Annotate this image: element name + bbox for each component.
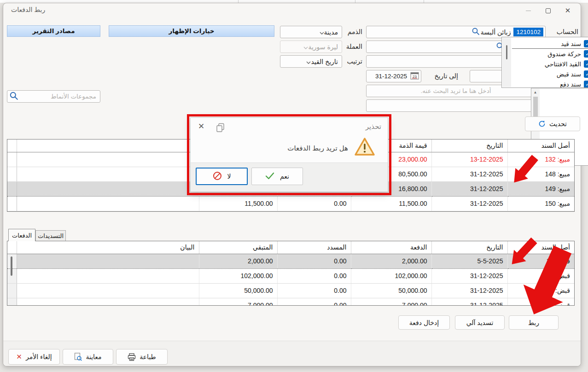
- prohibition-icon: [213, 171, 222, 182]
- table-cell: [17, 298, 199, 306]
- column-header[interactable]: [17, 140, 199, 152]
- search-icon[interactable]: [472, 27, 480, 37]
- column-header[interactable]: المتبقي: [199, 241, 277, 254]
- source-item[interactable]: ✓سند دفع: [512, 79, 588, 88]
- yes-button[interactable]: نعم: [251, 168, 303, 185]
- chevron-down-icon: [320, 29, 324, 36]
- column-header[interactable]: أصل السند: [507, 241, 574, 254]
- display-option-item[interactable]: ✓المسدد: [541, 100, 588, 110]
- branch-field[interactable]: [366, 99, 546, 112]
- warning-icon: [354, 137, 375, 158]
- table-cell: 31-12-2025: [431, 283, 507, 298]
- cancel-button[interactable]: إلغاء الأمر ✕: [8, 349, 60, 365]
- close-button[interactable]: ✕: [560, 5, 576, 17]
- row-selector[interactable]: [7, 181, 17, 196]
- row-selector[interactable]: [7, 298, 17, 306]
- table-row[interactable]: قبض:31-12-202550,000.000.0050,000.00: [7, 283, 574, 298]
- table-row[interactable]: قبض:31-12-20257,000.000.007,000.00: [7, 298, 574, 306]
- column-header[interactable]: التاريخ: [431, 241, 507, 254]
- refresh-icon: [538, 120, 546, 128]
- table-cell: 31-12-2025: [431, 298, 507, 306]
- tab-settlements-label: التسديدات: [38, 232, 64, 239]
- account-field[interactable]: 1210102 زبائن ألبسة: [366, 26, 546, 38]
- search-icon[interactable]: [9, 91, 18, 102]
- checkbox-checked-icon[interactable]: ✓: [584, 81, 588, 88]
- account-label: الحساب: [543, 26, 578, 38]
- source-item-label: القيد الافتتاحي: [545, 60, 581, 68]
- table-cell: 5-5-2025: [431, 254, 507, 268]
- source-item-label: سند قيد: [561, 40, 581, 47]
- checkbox-checked-icon[interactable]: ✓: [584, 70, 588, 78]
- to-date-field[interactable]: 23 31-12-2025: [366, 70, 421, 82]
- column-header[interactable]: المسدد: [277, 241, 351, 254]
- source-item[interactable]: ✓القيد الافتتاحي: [512, 59, 588, 69]
- table-cell: 31-12-2025: [431, 268, 507, 283]
- cancel-label: إلغاء الأمر: [26, 353, 52, 360]
- dialog-title: تحذير: [366, 122, 381, 131]
- table-cell: 0.00: [277, 196, 351, 211]
- row-selector[interactable]: [7, 196, 17, 211]
- auto-settle-button[interactable]: تسديد آلي: [455, 315, 505, 330]
- sort-select[interactable]: تاريخ القيد: [280, 55, 342, 68]
- scrollbar-thumb[interactable]: [506, 45, 507, 59]
- table-cell: 31-12-2025: [431, 167, 507, 181]
- column-header[interactable]: أصل السند: [507, 140, 574, 152]
- row-selector[interactable]: [7, 283, 17, 298]
- checkbox-checked-icon[interactable]: ✓: [584, 60, 588, 68]
- table-cell: 0.00: [277, 254, 351, 268]
- column-header[interactable]: التاريخ: [431, 140, 507, 152]
- pattern-groups-search[interactable]: [7, 90, 100, 103]
- dialog-message: هل تريد ربط الدفعات: [287, 144, 348, 152]
- chevron-down-icon: [306, 58, 311, 65]
- table-row[interactable]: قبض:31-12-2025102,000.000.00102,000.00: [7, 268, 574, 283]
- source-item[interactable]: ✓سند قيد: [512, 39, 588, 49]
- checkbox-checked-icon[interactable]: ✓: [584, 40, 588, 47]
- maximize-icon: [546, 8, 551, 13]
- source-item[interactable]: ✓حركة صندوق: [512, 49, 588, 59]
- pattern-groups-input[interactable]: [18, 91, 100, 102]
- display-option-item[interactable]: قيمة الذمة: [541, 90, 588, 100]
- to-date-label: إلى تاريخ: [424, 70, 458, 82]
- calendar-icon[interactable]: 23: [410, 72, 419, 81]
- row-selector[interactable]: [7, 167, 17, 181]
- table-row[interactable]: قبض: 145-5-20252,000.000.002,000.00: [7, 254, 574, 268]
- debt-value: مدينة: [324, 29, 338, 36]
- table-cell: قبض: 14: [507, 254, 574, 268]
- warning-dialog: تحذير ✕ هل تريد ربط الدفعات لا نعم: [190, 117, 388, 192]
- preview-button[interactable]: معاينة: [63, 349, 113, 365]
- table-row[interactable]: مبيع: 15031-12-202511,500.000.0011,500.0…: [7, 196, 574, 211]
- tab-settlements[interactable]: التسديدات: [35, 230, 66, 241]
- svg-text:23: 23: [413, 74, 417, 78]
- table-cell: [17, 167, 199, 181]
- tab-payments-label: الدفعات: [12, 232, 32, 239]
- account-name-value: زبائن ألبسة: [480, 29, 514, 36]
- table-cell: [17, 268, 199, 283]
- refresh-button[interactable]: تحديث: [525, 116, 580, 131]
- no-button[interactable]: لا: [196, 168, 248, 185]
- print-button[interactable]: طباعة: [116, 349, 168, 365]
- display-options-header: خيارات الإظهار: [109, 25, 274, 37]
- column-header[interactable]: الدفعة: [351, 241, 431, 254]
- enter-payment-button[interactable]: إدخال دفعة: [398, 315, 450, 330]
- cancel-x-icon: ✕: [16, 353, 22, 361]
- column-header[interactable]: البيان: [17, 241, 199, 254]
- maximize-button[interactable]: [540, 5, 556, 17]
- source-item[interactable]: ✓سند قبض: [512, 69, 588, 79]
- table-cell: 50,000.00: [199, 283, 277, 298]
- yes-label: نعم: [280, 173, 289, 180]
- copy-icon[interactable]: [215, 123, 225, 134]
- link-button[interactable]: ربط: [509, 315, 559, 330]
- dialog-close-icon[interactable]: ✕: [198, 122, 204, 131]
- debt-select[interactable]: مدينة: [280, 26, 342, 38]
- table-cell: 50,000.00: [351, 283, 431, 298]
- close-icon: ✕: [565, 6, 571, 15]
- tab-payments[interactable]: الدفعات: [8, 229, 35, 241]
- scrollbar-thumb[interactable]: [11, 256, 12, 276]
- row-selector[interactable]: [7, 152, 17, 167]
- checkbox-checked-icon[interactable]: ✓: [584, 50, 588, 58]
- table-cell: [17, 254, 199, 268]
- minimize-button[interactable]: [520, 5, 536, 17]
- scrollbar-up-icon[interactable]: ▲: [533, 90, 537, 94]
- report-sources-list: ✓سند قيد✓حركة صندوق✓القيد الافتتاحي✓سند …: [501, 37, 588, 88]
- table-cell: مبيع: 150: [507, 196, 574, 211]
